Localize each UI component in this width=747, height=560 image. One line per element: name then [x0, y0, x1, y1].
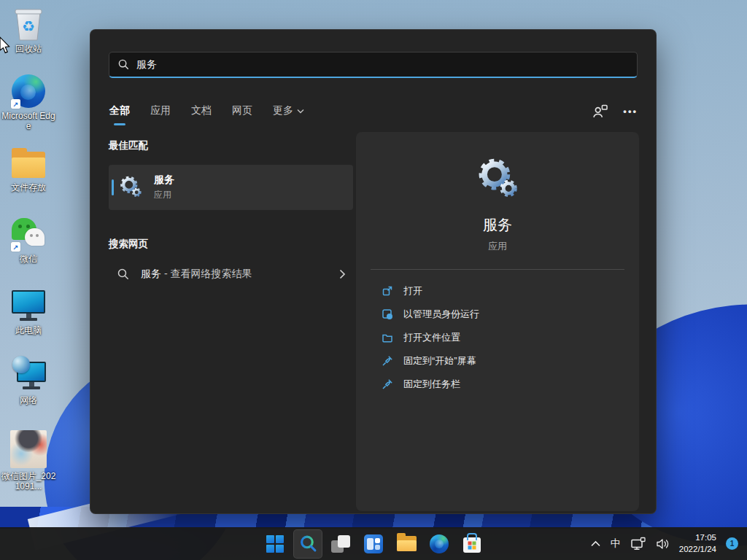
desktop-icon-label: 微信 — [20, 254, 37, 265]
this-pc-icon — [10, 287, 47, 324]
tab-apps[interactable]: 应用 — [150, 103, 171, 119]
desktop-icon-label: 回收站 — [15, 44, 42, 55]
taskbar: 中 17:05 2022/1/24 1 — [0, 527, 747, 560]
notification-badge[interactable]: 1 — [726, 537, 738, 550]
desktop-icon-label: Microsoft Edge — [1, 112, 56, 132]
action-run-as-admin[interactable]: 以管理员身份运行 — [356, 303, 639, 326]
desktop-icon-label: 文件存放 — [11, 183, 46, 193]
desktop-icon-network[interactable]: 网络 — [0, 357, 57, 406]
windows-logo-icon — [266, 535, 284, 553]
desktop-icon-this-pc[interactable]: 此电脑 — [0, 287, 57, 336]
desktop-icon-wechat-image[interactable]: 微信图片_2021091... — [0, 429, 57, 492]
task-view-button[interactable] — [326, 529, 355, 559]
desktop-icon-edge[interactable]: ↗ Microsoft Edge — [0, 73, 57, 132]
image-thumbnail — [10, 429, 47, 470]
edge-icon — [430, 534, 449, 553]
volume-icon[interactable] — [656, 538, 670, 550]
network-icon — [10, 357, 47, 394]
wechat-icon: ↗ — [10, 216, 47, 252]
shortcut-arrow-icon: ↗ — [11, 99, 20, 109]
selection-indicator — [112, 179, 114, 195]
desktop-icon-wechat[interactable]: ↗ 微信 — [0, 216, 57, 265]
desktop-icon-label: 微信图片_2021091... — [1, 472, 56, 492]
pin-to-taskbar-icon — [382, 378, 393, 390]
tab-web[interactable]: 网页 — [231, 103, 253, 119]
widgets-button[interactable] — [359, 529, 388, 559]
widgets-icon — [364, 534, 383, 553]
account-icon[interactable] — [592, 104, 608, 118]
desktop-icon-file-folder[interactable]: 文件存放 — [0, 144, 57, 193]
best-match-header: 最佳匹配 — [109, 139, 353, 152]
preview-action-list: 打开 以管理员身份运行 打开文件位置 固定到“开始”屏幕 — [356, 279, 639, 396]
clock[interactable]: 17:05 2022/1/24 — [679, 532, 716, 555]
search-taskbar-button[interactable] — [293, 529, 322, 559]
svg-text:♻: ♻ — [22, 18, 35, 35]
open-file-location-icon — [382, 332, 393, 343]
edge-taskbar-button[interactable] — [425, 529, 454, 559]
action-pin-to-taskbar[interactable]: 固定到任务栏 — [356, 373, 639, 396]
search-input[interactable]: 服务 — [109, 52, 638, 78]
chevron-down-icon — [297, 109, 304, 114]
store-button[interactable] — [457, 529, 487, 559]
search-results-column: 最佳匹配 服务 应用 搜索网页 服务 - 查看网 — [109, 139, 353, 289]
action-open[interactable]: 打开 — [356, 279, 639, 303]
search-query-text: 服务 — [136, 58, 157, 71]
tray-time: 17:05 — [679, 532, 716, 544]
action-open-file-location[interactable]: 打开文件位置 — [356, 326, 639, 349]
search-icon — [117, 268, 129, 280]
preview-title: 服务 — [356, 215, 639, 235]
folder-icon — [10, 144, 47, 181]
web-search-result[interactable]: 服务 - 查看网络搜索结果 — [109, 260, 353, 289]
web-search-header: 搜索网页 — [109, 238, 353, 251]
open-icon — [382, 285, 393, 297]
desktop-icon-label: 网络 — [20, 396, 37, 406]
tab-more[interactable]: 更多 — [272, 103, 305, 119]
tab-all[interactable]: 全部 — [109, 103, 131, 119]
run-as-admin-icon — [382, 308, 393, 320]
store-icon — [463, 537, 481, 553]
recycle-bin-icon: ♻ — [10, 6, 47, 42]
preview-subtitle: 应用 — [356, 240, 639, 253]
tray-date: 2022/1/24 — [679, 544, 716, 556]
services-gear-icon — [117, 174, 144, 201]
result-preview-pane: 服务 应用 打开 以管理员身份运行 — [356, 132, 639, 511]
search-filter-tabs: 全部 应用 文档 网页 更多 ••• — [109, 100, 638, 122]
tray-chevron-up-icon[interactable] — [590, 540, 601, 548]
action-pin-to-start[interactable]: 固定到“开始”屏幕 — [356, 349, 639, 373]
pin-to-start-icon — [382, 355, 393, 367]
result-title: 服务 — [154, 174, 174, 187]
chevron-right-icon — [339, 269, 346, 279]
more-options-icon[interactable]: ••• — [623, 106, 638, 117]
file-explorer-icon — [397, 536, 417, 551]
divider — [371, 269, 624, 270]
edge-icon: ↗ — [10, 73, 47, 109]
network-tray-icon[interactable] — [630, 537, 646, 551]
services-gear-icon-large — [473, 155, 522, 206]
system-tray: 中 17:05 2022/1/24 1 — [590, 527, 738, 560]
ime-indicator[interactable]: 中 — [611, 537, 621, 551]
shortcut-arrow-icon: ↗ — [11, 242, 20, 252]
web-query-text: 服务 — [141, 268, 161, 279]
file-explorer-button[interactable] — [392, 529, 421, 559]
web-query-suffix: - 查看网络搜索结果 — [161, 268, 252, 279]
start-button[interactable] — [260, 529, 290, 559]
desktop-icon-label: 此电脑 — [15, 326, 42, 336]
best-match-result[interactable]: 服务 应用 — [109, 165, 353, 210]
search-icon — [118, 59, 129, 70]
mouse-cursor — [0, 36, 15, 58]
search-flyout-panel: 服务 全部 应用 文档 网页 更多 ••• 最佳匹配 — [90, 29, 657, 514]
search-magnifier-icon — [299, 534, 317, 553]
tab-documents[interactable]: 文档 — [190, 103, 212, 119]
result-subtitle: 应用 — [154, 189, 174, 201]
task-view-icon — [331, 534, 350, 553]
globe-icon — [12, 356, 30, 373]
